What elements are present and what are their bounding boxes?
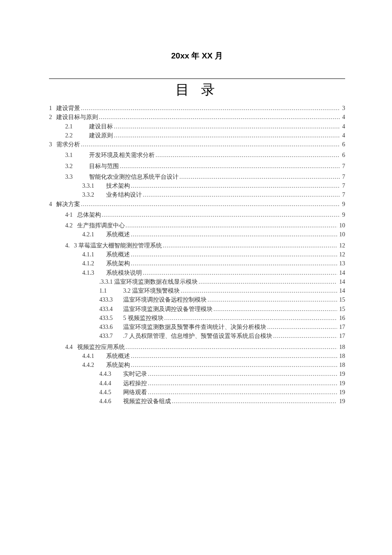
toc-leader <box>131 230 337 239</box>
toc-number: 4.4.3 <box>99 369 119 378</box>
toc-page: 7 <box>341 190 345 199</box>
toc-leader <box>148 388 337 397</box>
toc-entry: 433.7.7 人员权限管理、信息维护、预警值设置等系统后台模块17 <box>49 331 345 340</box>
toc-label: 系统概述 <box>106 250 130 259</box>
toc-label: 技术架构 <box>106 181 130 190</box>
toc-leader <box>131 250 337 259</box>
toc-page: 4 <box>341 113 345 122</box>
date-header: 20xx 年 XX 月 <box>49 50 345 61</box>
toc-label: 视频监控应用系统 <box>77 343 125 352</box>
toc-entry: 3.1开发环境及相关需求分析6 <box>49 151 345 160</box>
toc-entry: 3.3.2业务结构设计7 <box>49 190 345 199</box>
toc-label: .7 人员权限管理、信息维护、预警值设置等系统后台模块 <box>123 331 272 340</box>
toc-page: 19 <box>338 397 345 406</box>
toc-number: 4.4.5 <box>99 388 119 397</box>
toc-page: 4 <box>341 122 345 131</box>
table-of-contents: 1建设背景32建设目标与原则42.1建设目标42.2建设原则43需求分析63.1… <box>49 104 345 406</box>
toc-number: 4 <box>49 200 52 209</box>
toc-leader <box>131 352 337 360</box>
toc-entry: 4.4.2系统架构18 <box>49 360 345 369</box>
toc-entry: 2建设目标与原则4 <box>49 113 345 122</box>
toc-entry: 4.1.2系统架构13 <box>49 259 345 268</box>
toc-entry: 4.4.6视频监控设备组成19 <box>49 397 345 406</box>
toc-page: 14 <box>338 277 345 286</box>
toc-number: 4.1.1 <box>82 250 102 259</box>
toc-leader <box>102 210 340 219</box>
toc-label: 3.2 温室环境预警模块 <box>123 286 180 295</box>
divider <box>49 78 345 79</box>
toc-number: 1.1 <box>99 286 119 295</box>
toc-leader <box>163 241 337 250</box>
toc-entry: 2.2建设原则4 <box>49 131 345 140</box>
toc-page: 7 <box>341 172 345 181</box>
toc-label: 系统概述 <box>106 352 130 360</box>
toc-entry: 3.3智能化农业测控信息系统平台设计7 <box>49 172 345 181</box>
toc-label: 系统概述 <box>106 230 130 239</box>
toc-entry: 4.2生产指挥调度中心10 <box>49 221 345 230</box>
toc-entry: 4解决方案9 <box>49 200 345 209</box>
toc-number: 2 <box>49 113 52 122</box>
toc-page: 17 <box>338 331 345 340</box>
toc-label: 实时记录 <box>123 369 147 378</box>
toc-leader <box>179 172 340 181</box>
toc-number: 4.2 <box>65 221 73 230</box>
toc-page: 18 <box>338 343 345 352</box>
toc-entry: 4.3 草莓温室大棚智能测控管理系统12 <box>49 241 345 250</box>
toc-page: 18 <box>338 352 345 360</box>
toc-number: 3.3.2 <box>82 190 102 199</box>
document-page: 20xx 年 XX 月 目 录 1建设背景32建设目标与原则42.1建设目标42… <box>0 0 392 432</box>
toc-title: 目 录 <box>49 81 345 99</box>
toc-leader <box>148 379 337 388</box>
toc-leader <box>131 259 337 268</box>
toc-number: 4.4.2 <box>82 360 102 369</box>
toc-leader <box>213 305 337 314</box>
toc-leader <box>114 131 340 140</box>
toc-entry: 433.55 视频监控模块16 <box>49 314 345 323</box>
toc-leader <box>114 122 340 131</box>
toc-page: 13 <box>338 259 345 268</box>
toc-label: 5 视频监控模块 <box>123 314 164 323</box>
toc-entry: 4.4.5网络观看19 <box>49 388 345 397</box>
toc-label: .3.3.1 温室环境监测数据在线显示模块 <box>99 277 198 286</box>
toc-entry: 433.4温室环境监测及调控设备管理模块15 <box>49 305 345 314</box>
toc-leader <box>148 369 337 378</box>
toc-entry: 3需求分析6 <box>49 140 345 149</box>
toc-number: 3.2 <box>65 162 85 171</box>
toc-page: 6 <box>341 151 345 160</box>
toc-entry: 433.6温室环境监测数据及预警事件查询统计、决策分析模块17 <box>49 323 345 331</box>
toc-label: 总体架构 <box>77 210 101 219</box>
toc-page: 17 <box>338 323 345 331</box>
toc-page: 19 <box>338 388 345 397</box>
toc-number: 4·1 <box>65 210 73 219</box>
toc-leader <box>131 360 337 369</box>
toc-leader <box>126 221 337 230</box>
toc-page: 3 <box>341 104 345 113</box>
toc-leader <box>164 314 337 323</box>
toc-number: 433.5 <box>99 314 119 323</box>
toc-page: 19 <box>338 379 345 388</box>
toc-entry: 4·1总体架构9 <box>49 210 345 219</box>
toc-leader <box>81 140 340 149</box>
toc-page: 12 <box>338 250 345 259</box>
toc-entry: 3.3.1技术架构7 <box>49 181 345 190</box>
toc-label: 解决方案 <box>56 200 80 209</box>
toc-number: 3.1 <box>65 151 85 160</box>
toc-page: 15 <box>338 305 345 314</box>
toc-number: 4.1.3 <box>82 268 102 277</box>
toc-page: 14 <box>338 286 345 295</box>
toc-label: 智能化农业测控信息系统平台设计 <box>89 172 179 181</box>
toc-leader <box>131 181 340 190</box>
toc-label: 系统架构 <box>106 360 130 369</box>
toc-page: 15 <box>338 295 345 304</box>
toc-page: 7 <box>341 181 345 190</box>
toc-label: 目标与范围 <box>89 162 119 171</box>
toc-number: 3.3.1 <box>82 181 102 190</box>
toc-label: 需求分析 <box>56 140 80 149</box>
toc-label: 系统模块说明 <box>106 268 142 277</box>
toc-leader <box>126 343 337 352</box>
toc-label: 业务结构设计 <box>106 190 142 199</box>
toc-number: 433.6 <box>99 323 119 331</box>
toc-entry: 3.2目标与范围7 <box>49 162 345 171</box>
toc-number: 4.4.1 <box>82 352 102 360</box>
toc-leader <box>208 295 337 304</box>
